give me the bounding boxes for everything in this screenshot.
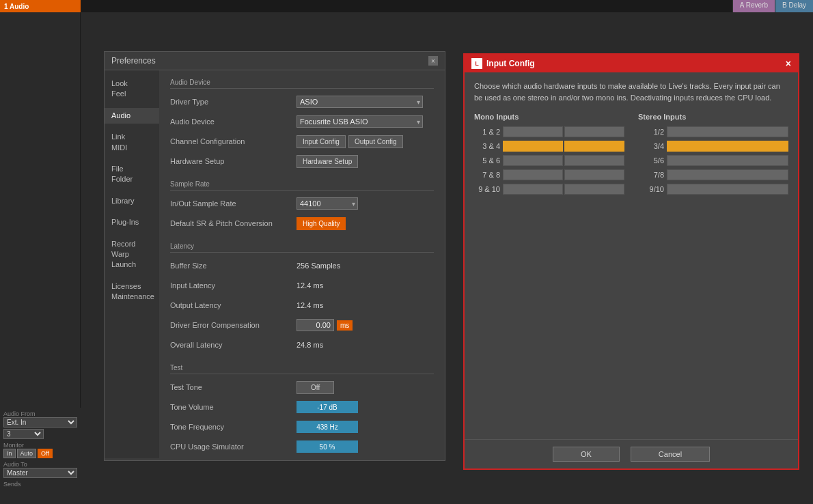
driver-error-input[interactable] — [297, 319, 334, 331]
mono-bar-7-8-b[interactable] — [564, 169, 624, 180]
sample-rate-select[interactable]: 44100 — [297, 197, 358, 210]
mono-row-5: 9 & 10 — [474, 184, 624, 195]
cpu-simulator-label: CPU Usage Simulator — [170, 443, 297, 451]
test-tone-button[interactable]: Off — [297, 381, 334, 394]
nav-library[interactable]: Library — [105, 193, 159, 209]
tone-volume-slider[interactable]: -17 dB — [297, 401, 358, 413]
mono-label-9-10: 9 & 10 — [474, 185, 500, 193]
test-tone-control: Off — [297, 381, 434, 394]
stereo-bar-5-6[interactable] — [667, 155, 788, 166]
mono-bar-9-10-b[interactable] — [564, 184, 624, 195]
test-tone-row: Test Tone Off — [170, 380, 434, 395]
mono-label-7-8: 7 & 8 — [474, 171, 500, 179]
output-latency-label: Output Latency — [170, 301, 297, 309]
mono-bar-5-6-b[interactable] — [564, 155, 624, 166]
input-config-cancel-button[interactable]: Cancel — [631, 447, 710, 462]
audio-device-row: Audio Device Focusrite USB ASIO — [170, 114, 434, 129]
pref-close-button[interactable]: × — [428, 56, 438, 66]
input-config-close-button[interactable]: × — [786, 58, 791, 69]
tone-volume-row: Tone Volume -17 dB — [170, 400, 434, 415]
default-sr-control: High Quality — [297, 217, 434, 230]
monitor-in-button[interactable]: In — [3, 449, 16, 458]
mono-bars-7-8 — [503, 169, 624, 180]
nav-licenses-maintenance[interactable]: Licenses Maintenance — [105, 279, 159, 305]
mono-bars-9-10 — [503, 184, 624, 195]
mono-bar-3-4-a[interactable] — [503, 141, 563, 152]
audio-routing-panel: Audio From Ext. In 3 Monitor In Auto Off… — [0, 408, 81, 504]
output-config-button[interactable]: Output Config — [348, 135, 403, 148]
mono-bar-1-2-b[interactable] — [564, 126, 624, 137]
audio-device-label: Audio Device — [170, 117, 297, 126]
monitor-off-button[interactable]: Off — [38, 449, 53, 458]
test-section-title: Test — [170, 364, 434, 374]
tone-freq-slider[interactable]: 438 Hz — [297, 421, 358, 433]
nav-look-feel[interactable]: Look Feel — [105, 76, 159, 102]
monitor-buttons: In Auto Off — [3, 449, 77, 458]
driver-type-control: ASIO — [297, 96, 434, 108]
driver-error-control: ms — [297, 319, 434, 331]
fx-b-label[interactable]: B Delay — [775, 0, 813, 12]
mono-bar-3-4-b[interactable] — [564, 141, 624, 152]
stereo-label-5-6: 5/6 — [638, 156, 664, 165]
monitor-auto-button[interactable]: Auto — [17, 449, 37, 458]
input-config-button[interactable]: Input Config — [297, 135, 346, 148]
sends-label: Sends — [3, 481, 77, 488]
stereo-bar-1-2[interactable] — [667, 126, 788, 137]
mono-bar-5-6-a[interactable] — [503, 155, 563, 166]
driver-error-unit: ms — [337, 320, 353, 331]
channel-select[interactable]: 3 — [3, 429, 44, 439]
driver-type-select-wrap: ASIO — [297, 96, 423, 108]
high-quality-button[interactable]: High Quality — [297, 217, 346, 230]
channel-config-label: Channel Configuration — [170, 137, 297, 145]
input-latency-row: Input Latency 12.4 ms — [170, 278, 434, 293]
overall-latency-value: 24.8 ms — [297, 341, 323, 349]
buffer-size-label: Buffer Size — [170, 262, 297, 270]
pref-sidebar: Look Feel Audio Link MIDI File Folder Li… — [105, 70, 159, 458]
driver-type-select[interactable]: ASIO — [297, 96, 423, 108]
stereo-bar-3-4[interactable] — [667, 141, 788, 152]
hardware-setup-control: Hardware Setup — [297, 155, 434, 168]
input-config-ok-button[interactable]: OK — [553, 447, 620, 462]
nav-file-folder[interactable]: File Folder — [105, 161, 159, 188]
preferences-dialog: Preferences × Look Feel Audio Link MIDI … — [104, 51, 445, 461]
driver-error-label: Driver Error Compensation — [170, 321, 297, 329]
mono-inputs-column: Mono Inputs 1 & 2 3 & 4 5 & 6 — [474, 113, 624, 198]
pref-title-bar: Preferences × — [105, 52, 445, 70]
audio-to-select[interactable]: Master — [3, 468, 77, 478]
channel-config-row: Channel Configuration Input Config Outpu… — [170, 134, 434, 149]
overall-latency-control: 24.8 ms — [297, 341, 434, 349]
nav-link-midi[interactable]: Link MIDI — [105, 129, 159, 156]
mono-bar-7-8-a[interactable] — [503, 169, 563, 180]
hardware-setup-button[interactable]: Hardware Setup — [297, 155, 358, 168]
stereo-bar-9-10[interactable] — [667, 184, 788, 195]
nav-plug-ins[interactable]: Plug-Ins — [105, 214, 159, 230]
stereo-row-1: 1/2 — [638, 126, 788, 137]
audio-from-select[interactable]: Ext. In — [3, 417, 77, 428]
audio-device-select-wrap: Focusrite USB ASIO — [297, 115, 423, 128]
mono-label-3-4: 3 & 4 — [474, 142, 500, 150]
mono-bar-9-10-a[interactable] — [503, 184, 563, 195]
sample-rate-section-title: Sample Rate — [170, 180, 434, 191]
cpu-simulator-control: 50 % — [297, 440, 434, 453]
default-sr-label: Default SR & Pitch Conversion — [170, 219, 297, 227]
nav-audio[interactable]: Audio — [105, 108, 159, 124]
audio-to-label: Audio To — [3, 461, 77, 468]
stereo-row-4: 7/8 — [638, 169, 788, 180]
hardware-setup-label: Hardware Setup — [170, 157, 297, 165]
mono-bar-1-2-a[interactable] — [503, 126, 563, 137]
cpu-simulator-slider[interactable]: 50 % — [297, 440, 358, 453]
pref-content: Audio Device Driver Type ASIO Audio Devi… — [159, 70, 445, 458]
nav-record-warp-launch[interactable]: Record Warp Launch — [105, 236, 159, 273]
audio-device-select[interactable]: Focusrite USB ASIO — [297, 115, 423, 128]
input-config-columns: Mono Inputs 1 & 2 3 & 4 5 & 6 — [474, 113, 788, 198]
input-config-title: L Input Config — [471, 58, 535, 69]
sample-rate-select-wrap: 44100 — [297, 197, 358, 210]
stereo-bar-7-8[interactable] — [667, 169, 788, 180]
stereo-row-5: 9/10 — [638, 184, 788, 195]
input-latency-value: 12.4 ms — [297, 281, 323, 290]
fx-a-label[interactable]: A Reverb — [732, 0, 775, 12]
tone-freq-control: 438 Hz — [297, 421, 434, 433]
tone-freq-label: Tone Frequency — [170, 423, 297, 431]
mono-label-1-2: 1 & 2 — [474, 128, 500, 136]
stereo-label-1-2: 1/2 — [638, 128, 664, 136]
